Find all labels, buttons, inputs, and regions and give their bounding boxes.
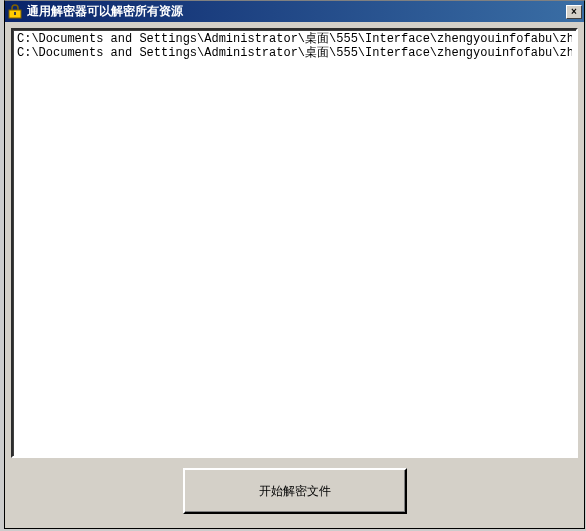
svg-rect-1 [14,12,16,15]
close-icon: × [571,6,577,17]
app-icon [7,4,23,20]
main-window: 通用解密器可以解密所有资源 × C:\Documents and Setting… [4,0,585,529]
close-button[interactable]: × [566,5,582,19]
decrypt-button[interactable]: 开始解密文件 [183,468,407,514]
decrypt-button-label: 开始解密文件 [259,483,331,500]
client-area: C:\Documents and Settings\Administrator\… [5,22,584,528]
button-area: 开始解密文件 [11,458,578,524]
file-list-panel[interactable]: C:\Documents and Settings\Administrator\… [11,28,578,458]
titlebar[interactable]: 通用解密器可以解密所有资源 × [5,1,584,22]
list-item: C:\Documents and Settings\Administrator\… [17,46,572,60]
window-title: 通用解密器可以解密所有资源 [27,3,566,20]
list-item: C:\Documents and Settings\Administrator\… [17,32,572,46]
